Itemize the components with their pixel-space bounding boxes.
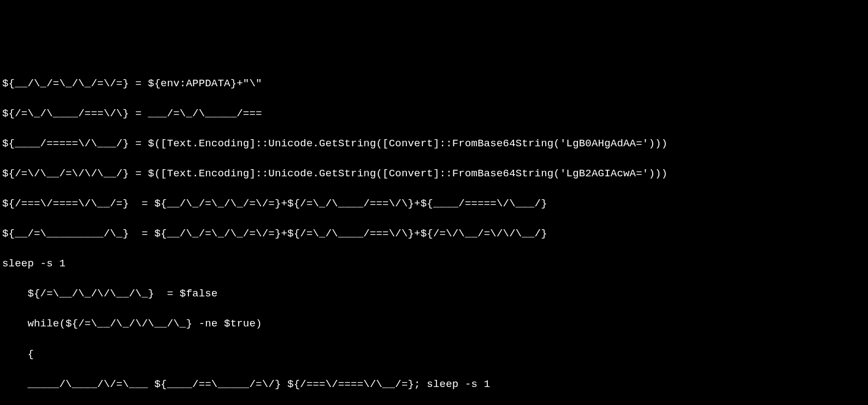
code-line: { <box>2 347 866 362</box>
code-line: ${____/=====\/\___/} = $([Text.Encoding]… <box>2 136 866 152</box>
code-line: ${__/\_/=\_/\_/=\/=} = ${env:APPDATA}+"\… <box>2 76 866 92</box>
code-line: ${/=\_/\____/===\/\} = ___/=\_/\_____/==… <box>2 106 866 122</box>
code-line: _____/\____/\/=\___ ${____/==\_____/=\/}… <box>2 377 866 392</box>
code-line: while(${/=\__/\_/\/\__/\_} -ne $true) <box>2 317 866 332</box>
code-line: ${/=\/\__/=\/\/\__/} = $([Text.Encoding]… <box>2 166 866 182</box>
code-line: sleep -s 1 <box>2 257 866 272</box>
code-block: ${__/\_/=\_/\_/=\/=} = ${env:APPDATA}+"\… <box>2 61 866 405</box>
code-line: ${/=\__/\_/\/\__/\_} = $false <box>2 287 866 302</box>
code-line: ${/===\/====\/\__/=} = ${__/\_/=\_/\_/=\… <box>2 196 866 212</box>
code-line: ${__/=\_________/\_} = ${__/\_/=\_/\_/=\… <box>2 227 866 242</box>
